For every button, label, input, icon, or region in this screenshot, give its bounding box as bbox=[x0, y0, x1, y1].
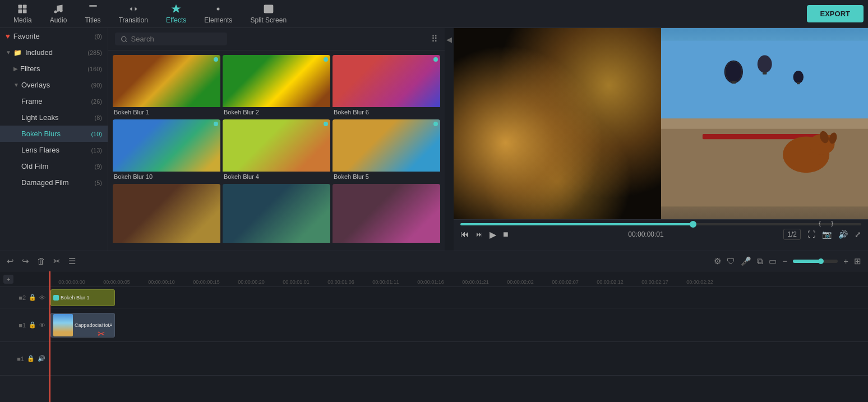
nav-transition[interactable]: Transition bbox=[110, 1, 157, 26]
effect-thumb-b7 bbox=[113, 184, 220, 243]
time-mark-6: 00:00:01:06 bbox=[318, 279, 363, 285]
timeline-body: + ■2 🔒 👁 ■1 🔒 👁 ■1 🔒 🔊 bbox=[0, 271, 868, 402]
effects-grid: Bokeh Blur 1 Bokeh Blur 2 Bokeh Blur 6 bbox=[108, 50, 445, 251]
overlay-button[interactable]: ⧉ bbox=[757, 256, 763, 266]
effect-item-bokeh4[interactable]: Bokeh Blur 4 bbox=[223, 119, 330, 182]
effects-panel: ⠿ Bokeh Blur 1 Bokeh Blur 2 bbox=[108, 28, 445, 251]
sidebar-item-damaged-film[interactable]: Damaged Film (5) bbox=[0, 174, 108, 191]
zoom-slider[interactable] bbox=[793, 260, 838, 263]
time-mark-5: 00:00:01:01 bbox=[274, 279, 318, 285]
delete-button[interactable]: 🗑 bbox=[37, 256, 45, 266]
crop-button[interactable]: ▭ bbox=[769, 256, 777, 266]
time-mark-7: 00:00:01:11 bbox=[363, 279, 408, 285]
panel-collapse-arrow[interactable]: ◀ bbox=[445, 28, 454, 50]
time-mark-13: 00:00:02:17 bbox=[632, 279, 677, 285]
timeline-track-labels: + ■2 🔒 👁 ■1 🔒 👁 ■1 🔒 🔊 bbox=[0, 271, 49, 402]
overlay-track: Bokeh Blur 1 bbox=[49, 287, 868, 308]
time-display: 00:00:00:01 bbox=[628, 230, 663, 238]
undo-button[interactable]: ↩ bbox=[7, 256, 14, 266]
frame-back-button[interactable]: ⏭ bbox=[476, 230, 483, 238]
track-label-audio: ■1 🔒 🔊 bbox=[0, 342, 49, 376]
track-label-overlay: ■2 🔒 👁 bbox=[0, 287, 49, 308]
nav-media[interactable]: Media bbox=[4, 1, 41, 26]
add-track-button[interactable]: + bbox=[3, 275, 13, 284]
video-clip[interactable]: CappadociaHotAirBa... bbox=[50, 313, 115, 338]
fraction-display[interactable]: 1/2 bbox=[783, 229, 801, 240]
nav-audio[interactable]: Audio bbox=[41, 1, 76, 26]
lock-icon-video[interactable]: 🔒 bbox=[29, 321, 36, 329]
effect-item-b8[interactable] bbox=[223, 184, 330, 246]
playback-controls: ⏮ ⏭ ▶ ■ 00:00:00:01 1/2 ⛶ 📷 🔊 ⤢ bbox=[454, 227, 868, 242]
zoom-in-button[interactable]: + bbox=[843, 256, 848, 266]
eye-icon-video[interactable]: 👁 bbox=[39, 322, 45, 329]
lock-icon[interactable]: 🔒 bbox=[29, 294, 36, 301]
overlay-track-number: ■2 bbox=[19, 294, 26, 301]
fullscreen-icon[interactable]: ⛶ bbox=[807, 230, 815, 239]
sidebar-item-old-film[interactable]: Old Film (9) bbox=[0, 158, 108, 174]
cut-button[interactable]: ✂ bbox=[53, 256, 61, 266]
effect-thumb-b8 bbox=[223, 184, 330, 243]
lock-icon-audio[interactable]: 🔒 bbox=[27, 355, 35, 362]
snapshot-icon[interactable]: 📷 bbox=[822, 230, 832, 239]
effect-active-indicator bbox=[433, 122, 438, 126]
search-input[interactable] bbox=[131, 35, 221, 43]
effect-item-b7[interactable] bbox=[113, 184, 220, 246]
svg-point-12 bbox=[725, 62, 742, 82]
play-button[interactable]: ▶ bbox=[490, 229, 496, 240]
grid-toggle-button[interactable]: ⠿ bbox=[431, 34, 438, 44]
render-button[interactable]: ⚙ bbox=[714, 256, 721, 266]
sidebar-item-bokeh-blurs[interactable]: Bokeh Blurs (10) bbox=[0, 126, 108, 142]
nav-elements[interactable]: Elements bbox=[195, 1, 241, 26]
video-track-number: ■1 bbox=[19, 322, 26, 329]
redo-button[interactable]: ↪ bbox=[22, 256, 29, 266]
volume-icon[interactable]: 🔊 bbox=[838, 230, 848, 239]
timeline-right-controls: ⚙ 🛡 🎤 ⧉ ▭ − + ⊞ bbox=[714, 256, 861, 266]
video-clip-thumbnail bbox=[53, 314, 73, 336]
fit-button[interactable]: ⊞ bbox=[854, 256, 861, 266]
volume-icon-audio[interactable]: 🔊 bbox=[38, 355, 45, 362]
export-button[interactable]: EXPORT bbox=[807, 5, 864, 22]
sidebar-item-frame[interactable]: Frame (26) bbox=[0, 93, 108, 109]
eye-icon[interactable]: 👁 bbox=[39, 294, 45, 301]
effect-item-bokeh2[interactable]: Bokeh Blur 2 bbox=[223, 55, 330, 117]
video-track: CappadociaHotAirBa... ✂ bbox=[49, 308, 868, 342]
nav-titles[interactable]: Titles bbox=[76, 1, 109, 26]
heart-icon: ♥ bbox=[6, 32, 10, 40]
resize-icon[interactable]: ⤢ bbox=[855, 230, 861, 239]
sidebar-item-light-leaks[interactable]: Light Leaks (8) bbox=[0, 109, 108, 126]
nav-effects[interactable]: Effects bbox=[157, 1, 195, 26]
svg-rect-3 bbox=[23, 10, 27, 13]
search-box[interactable] bbox=[115, 33, 227, 45]
sidebar: ♥ Favorite (0) ▼ 📁 Included (285) ▶ Filt… bbox=[0, 28, 108, 251]
timeline: ↩ ↪ 🗑 ✂ ☰ ⚙ 🛡 🎤 ⧉ ▭ − + ⊞ + bbox=[0, 251, 868, 402]
progress-thumb[interactable] bbox=[690, 221, 696, 228]
effect-item-bokeh1[interactable]: Bokeh Blur 1 bbox=[113, 55, 220, 117]
preview-before bbox=[454, 28, 661, 219]
properties-button[interactable]: ☰ bbox=[68, 256, 76, 266]
in-marker: { bbox=[819, 220, 821, 227]
sidebar-item-included[interactable]: ▼ 📁 Included (285) bbox=[0, 44, 108, 61]
timeline-tracks: Bokeh Blur 1 CappadociaHotAirBa... ✂ bbox=[49, 287, 868, 376]
mic-button[interactable]: 🎤 bbox=[741, 256, 751, 266]
effect-item-b9[interactable] bbox=[333, 184, 440, 246]
zoom-out-button[interactable]: − bbox=[782, 256, 787, 266]
progress-bar[interactable]: { } bbox=[460, 223, 861, 225]
sidebar-item-filters[interactable]: ▶ Filters (160) bbox=[0, 61, 108, 77]
overlay-clip[interactable]: Bokeh Blur 1 bbox=[50, 289, 115, 306]
sidebar-item-lens-flares[interactable]: Lens Flares (13) bbox=[0, 142, 108, 158]
playhead[interactable] bbox=[49, 271, 50, 402]
effect-item-bokeh6[interactable]: Bokeh Blur 6 bbox=[333, 55, 440, 117]
svg-rect-17 bbox=[797, 82, 800, 85]
zoom-thumb[interactable] bbox=[818, 258, 824, 264]
effect-item-bokeh10[interactable]: Bokeh Blur 10 bbox=[113, 119, 220, 182]
step-back-button[interactable]: ⏮ bbox=[460, 229, 469, 239]
effect-active-indicator bbox=[433, 57, 438, 62]
timeline-tracks-area: 00:00:00:00 00:00:00:05 00:00:00:10 00:0… bbox=[49, 271, 868, 402]
stop-button[interactable]: ■ bbox=[503, 229, 509, 239]
shield-button[interactable]: 🛡 bbox=[727, 256, 735, 266]
nav-split-screen[interactable]: Split Screen bbox=[241, 1, 296, 26]
sidebar-item-overlays[interactable]: ▼ Overlays (90) bbox=[0, 77, 108, 93]
expand-arrow-included: ▼ bbox=[6, 49, 11, 56]
sidebar-item-favorite[interactable]: ♥ Favorite (0) bbox=[0, 28, 108, 44]
effect-item-bokeh5[interactable]: Bokeh Blur 5 bbox=[333, 119, 440, 182]
